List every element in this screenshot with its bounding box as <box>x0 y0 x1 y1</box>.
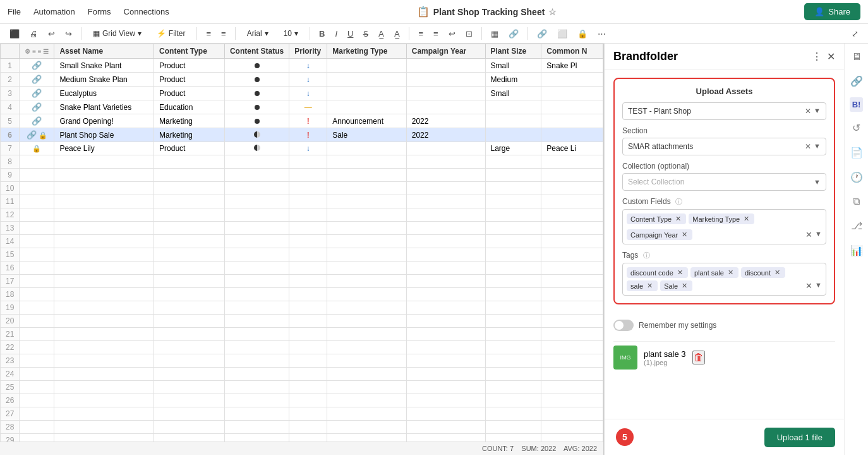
col-priority[interactable]: Priority <box>289 44 327 59</box>
cell-status[interactable] <box>224 59 289 73</box>
cell-marketing[interactable] <box>327 100 407 114</box>
col-campaign-year[interactable]: Campaign Year <box>406 44 485 59</box>
menu-connections[interactable]: Connections <box>124 7 169 16</box>
table-row-empty[interactable]: 19 <box>1 301 603 315</box>
cell-size[interactable] <box>485 114 541 128</box>
table-row-empty[interactable]: 12 <box>1 208 603 222</box>
cell-status[interactable] <box>224 142 289 155</box>
table-row-empty[interactable]: 20 <box>1 315 603 328</box>
table-row-empty[interactable]: 11 <box>1 195 603 208</box>
font-size-select[interactable]: 10 ▾ <box>278 27 304 40</box>
cell-priority[interactable]: ! <box>289 128 327 142</box>
cell-size[interactable]: Small <box>485 59 541 73</box>
italic-icon[interactable]: I <box>332 27 341 40</box>
cell-asset-name[interactable]: Plant Shop Sale <box>54 128 154 142</box>
table-row-empty[interactable]: 8 <box>1 155 603 169</box>
table-row[interactable]: 3 🔗 Eucalyptus Product ↓ Small <box>1 87 603 100</box>
table-row-empty[interactable]: 23 <box>1 354 603 368</box>
remove-content-type-tag[interactable]: ✕ <box>674 215 682 223</box>
cell-status[interactable] <box>224 100 289 114</box>
clear-icon[interactable]: ✕ <box>805 107 811 116</box>
custom-fields-clear-icon[interactable]: ✕ <box>805 230 812 239</box>
cell-priority[interactable]: — <box>289 100 327 114</box>
remove-tag-discount-code[interactable]: ✕ <box>676 268 684 277</box>
table-row-empty[interactable]: 10 <box>1 182 603 195</box>
cell-year[interactable] <box>406 59 485 73</box>
merge-icon[interactable]: ⊡ <box>462 27 476 40</box>
align-left-icon[interactable]: ≡ <box>203 27 214 40</box>
collection-chevron-icon[interactable]: ▼ <box>814 178 821 186</box>
v-align-icon[interactable]: ≡ <box>430 27 442 40</box>
cell-asset-name[interactable]: Snake Plant Varieties 4 <box>54 100 154 114</box>
cell-year[interactable] <box>406 142 485 155</box>
cell-status[interactable] <box>224 114 289 128</box>
redo-icon[interactable]: ↪ <box>62 27 75 40</box>
cell-marketing[interactable] <box>327 142 407 155</box>
table-row[interactable]: 1 🔗 Small Snake Plant Product ↓ Small Sn… <box>1 59 603 73</box>
table-row[interactable]: 5 🔗 Grand Opening! Marketing ! Announcem… <box>1 114 603 128</box>
image-icon[interactable]: ⬜ <box>554 27 570 40</box>
cell-priority[interactable]: ! <box>289 114 327 128</box>
cell-year[interactable]: 2022 <box>406 128 485 142</box>
hyperlink-icon[interactable]: 🔗 <box>534 27 550 40</box>
cell-year[interactable]: 2022 <box>406 114 485 128</box>
lock-icon[interactable]: 🔒 <box>574 27 591 40</box>
table-row[interactable]: 7 🔒 Peace Lily Product ↓ Large Peace Li <box>1 142 603 155</box>
cell-content-type[interactable]: Marketing <box>154 128 225 142</box>
table-row-empty[interactable]: 22 <box>1 341 603 354</box>
table-row-empty[interactable]: 21 <box>1 328 603 341</box>
cell-priority[interactable]: ↓ <box>289 87 327 100</box>
cell-priority[interactable]: ↓ <box>289 142 327 155</box>
cell-size[interactable]: Small <box>485 87 541 100</box>
sidebar-clock-icon[interactable]: 🕐 <box>848 169 865 186</box>
cell-common[interactable] <box>541 114 603 128</box>
cell-year[interactable] <box>406 100 485 114</box>
share-button[interactable]: 👤 Share <box>804 3 860 20</box>
sidebar-doc-icon[interactable]: 📄 <box>848 144 865 161</box>
cell-year[interactable] <box>406 87 485 100</box>
col-common-name[interactable]: Common N <box>541 44 603 59</box>
table-row-empty[interactable]: 27 <box>1 407 603 421</box>
file-delete-button[interactable]: 🗑 <box>692 351 705 364</box>
table-row[interactable]: 4 🔗 Snake Plant Varieties 4 Education — <box>1 100 603 114</box>
sidebar-copy-icon[interactable]: ⧉ <box>850 193 862 210</box>
cell-size[interactable]: Medium <box>485 73 541 87</box>
sidebar-monitor-icon[interactable]: 🖥 <box>849 49 864 65</box>
filter-button[interactable]: ⚡ Filter <box>151 27 191 40</box>
tags-clear-icon[interactable]: ✕ <box>805 281 812 291</box>
cell-status[interactable] <box>224 87 289 100</box>
table-row-empty[interactable]: 17 <box>1 275 603 288</box>
cell-status[interactable] <box>224 128 289 142</box>
cell-priority[interactable]: ↓ <box>289 59 327 73</box>
panel-more-icon[interactable]: ⋮ <box>812 51 822 63</box>
align-right-icon[interactable]: ≡ <box>218 27 229 40</box>
table-row-empty[interactable]: 9 <box>1 169 603 182</box>
cell-content-type[interactable]: Product <box>154 59 225 73</box>
menu-file[interactable]: File <box>8 7 21 16</box>
more-icon[interactable]: ⋯ <box>594 27 609 40</box>
cell-common[interactable] <box>541 100 603 114</box>
panel-close-icon[interactable]: ✕ <box>827 51 835 63</box>
cell-content-type[interactable]: Product <box>154 73 225 87</box>
table-row-empty[interactable]: 18 <box>1 288 603 301</box>
col-marketing-type[interactable]: Marketing Type <box>327 44 407 59</box>
font-select[interactable]: Arial ▾ <box>241 27 274 40</box>
row-icon[interactable]: 🔗 <box>20 59 54 73</box>
cell-content-type[interactable]: Product <box>154 87 225 100</box>
remove-tag-discount[interactable]: ✕ <box>773 268 781 277</box>
tags-chevron-icon[interactable]: ▼ <box>815 281 822 291</box>
cell-common[interactable]: Peace Li <box>541 142 603 155</box>
link-icon[interactable]: 🔗 <box>505 27 522 40</box>
custom-fields-chevron-icon[interactable]: ▼ <box>815 230 822 239</box>
remove-marketing-type-tag[interactable]: ✕ <box>742 215 750 223</box>
strikethrough-icon[interactable]: S̶ <box>360 27 371 40</box>
table-icon[interactable]: ▦ <box>488 27 502 40</box>
tags-info-icon[interactable]: ⓘ <box>643 251 650 259</box>
underline-icon[interactable]: U <box>344 27 356 40</box>
remember-toggle[interactable] <box>613 320 634 331</box>
row-icon[interactable]: 🔗 🔒 <box>20 128 54 142</box>
table-row-empty[interactable]: 13 <box>1 222 603 235</box>
cell-priority[interactable]: ↓ <box>289 73 327 87</box>
table-row[interactable]: 2 🔗 Medium Snake Plan Product ↓ Medium <box>1 73 603 87</box>
col-content-status[interactable]: Content Status <box>224 44 289 59</box>
